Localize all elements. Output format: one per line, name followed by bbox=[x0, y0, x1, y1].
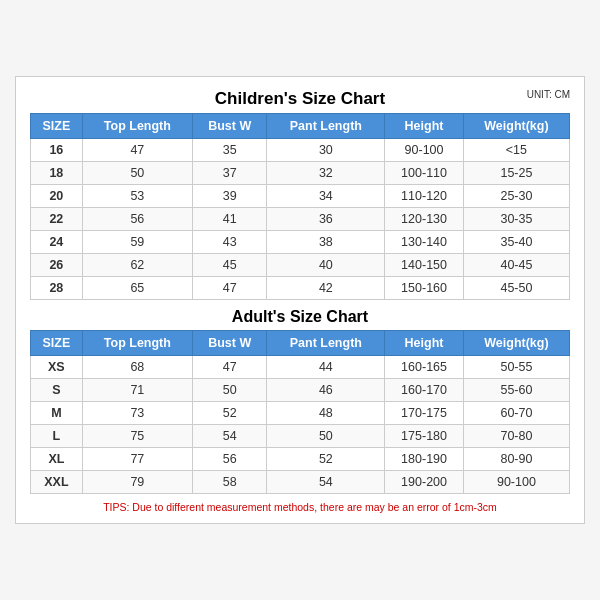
table-cell: 80-90 bbox=[463, 448, 569, 471]
table-cell: 68 bbox=[82, 356, 192, 379]
table-cell: L bbox=[31, 425, 83, 448]
table-cell: 77 bbox=[82, 448, 192, 471]
table-cell: 170-175 bbox=[385, 402, 464, 425]
children-col-bust-w: Bust W bbox=[192, 114, 266, 139]
table-cell: 90-100 bbox=[463, 471, 569, 494]
table-cell: 52 bbox=[192, 402, 266, 425]
table-cell: 45-50 bbox=[463, 277, 569, 300]
table-cell: 73 bbox=[82, 402, 192, 425]
table-cell: 50 bbox=[82, 162, 192, 185]
adults-col-height: Height bbox=[385, 331, 464, 356]
adults-col-bust-w: Bust W bbox=[192, 331, 266, 356]
children-col-size: SIZE bbox=[31, 114, 83, 139]
table-cell: XS bbox=[31, 356, 83, 379]
adults-table: SIZE Top Length Bust W Pant Length Heigh… bbox=[30, 330, 570, 494]
table-cell: 38 bbox=[267, 231, 385, 254]
adults-section-title: Adult's Size Chart bbox=[30, 300, 570, 330]
table-row: 1647353090-100<15 bbox=[31, 139, 570, 162]
chart-container: Children's Size Chart UNIT: CM SIZE Top … bbox=[15, 76, 585, 524]
children-col-weight: Weight(kg) bbox=[463, 114, 569, 139]
table-cell: 20 bbox=[31, 185, 83, 208]
adults-col-size: SIZE bbox=[31, 331, 83, 356]
table-row: 26624540140-15040-45 bbox=[31, 254, 570, 277]
table-cell: 130-140 bbox=[385, 231, 464, 254]
table-cell: 35 bbox=[192, 139, 266, 162]
table-cell: 54 bbox=[267, 471, 385, 494]
table-cell: 24 bbox=[31, 231, 83, 254]
table-cell: 110-120 bbox=[385, 185, 464, 208]
table-cell: 48 bbox=[267, 402, 385, 425]
table-row: XXL795854190-20090-100 bbox=[31, 471, 570, 494]
children-col-height: Height bbox=[385, 114, 464, 139]
table-cell: 58 bbox=[192, 471, 266, 494]
table-cell: 175-180 bbox=[385, 425, 464, 448]
table-cell: 15-25 bbox=[463, 162, 569, 185]
table-cell: 180-190 bbox=[385, 448, 464, 471]
table-cell: 40 bbox=[267, 254, 385, 277]
table-cell: 35-40 bbox=[463, 231, 569, 254]
unit-label: UNIT: CM bbox=[527, 89, 570, 100]
table-cell: 100-110 bbox=[385, 162, 464, 185]
adults-title-text: Adult's Size Chart bbox=[232, 308, 368, 325]
table-cell: 43 bbox=[192, 231, 266, 254]
table-cell: 30 bbox=[267, 139, 385, 162]
children-section-title: Children's Size Chart UNIT: CM bbox=[30, 89, 570, 109]
table-cell: 65 bbox=[82, 277, 192, 300]
table-cell: 47 bbox=[192, 356, 266, 379]
table-cell: 140-150 bbox=[385, 254, 464, 277]
table-cell: 45 bbox=[192, 254, 266, 277]
tips-text: TIPS: Due to different measurement metho… bbox=[30, 501, 570, 513]
table-cell: 50 bbox=[267, 425, 385, 448]
table-cell: 75 bbox=[82, 425, 192, 448]
children-col-pant-length: Pant Length bbox=[267, 114, 385, 139]
children-col-top-length: Top Length bbox=[82, 114, 192, 139]
children-tbody: 1647353090-100<1518503732100-11015-25205… bbox=[31, 139, 570, 300]
table-cell: 16 bbox=[31, 139, 83, 162]
adults-col-weight: Weight(kg) bbox=[463, 331, 569, 356]
table-cell: 55-60 bbox=[463, 379, 569, 402]
table-cell: XXL bbox=[31, 471, 83, 494]
table-cell: 18 bbox=[31, 162, 83, 185]
table-cell: 50-55 bbox=[463, 356, 569, 379]
table-cell: 47 bbox=[192, 277, 266, 300]
table-cell: 56 bbox=[82, 208, 192, 231]
table-row: XS684744160-16550-55 bbox=[31, 356, 570, 379]
table-cell: M bbox=[31, 402, 83, 425]
table-row: XL775652180-19080-90 bbox=[31, 448, 570, 471]
table-cell: 22 bbox=[31, 208, 83, 231]
table-cell: 54 bbox=[192, 425, 266, 448]
table-cell: 53 bbox=[82, 185, 192, 208]
adults-header-row: SIZE Top Length Bust W Pant Length Heigh… bbox=[31, 331, 570, 356]
table-cell: 160-170 bbox=[385, 379, 464, 402]
table-cell: 79 bbox=[82, 471, 192, 494]
table-cell: 60-70 bbox=[463, 402, 569, 425]
table-cell: 42 bbox=[267, 277, 385, 300]
table-cell: 56 bbox=[192, 448, 266, 471]
table-cell: 120-130 bbox=[385, 208, 464, 231]
table-cell: 62 bbox=[82, 254, 192, 277]
table-cell: 36 bbox=[267, 208, 385, 231]
table-cell: <15 bbox=[463, 139, 569, 162]
adults-col-pant-length: Pant Length bbox=[267, 331, 385, 356]
table-cell: 30-35 bbox=[463, 208, 569, 231]
table-cell: 26 bbox=[31, 254, 83, 277]
table-cell: 32 bbox=[267, 162, 385, 185]
table-cell: 90-100 bbox=[385, 139, 464, 162]
table-cell: 46 bbox=[267, 379, 385, 402]
table-row: 22564136120-13030-35 bbox=[31, 208, 570, 231]
table-cell: 34 bbox=[267, 185, 385, 208]
children-title-text: Children's Size Chart bbox=[215, 89, 385, 108]
table-cell: 28 bbox=[31, 277, 83, 300]
children-header-row: SIZE Top Length Bust W Pant Length Heigh… bbox=[31, 114, 570, 139]
table-row: M735248170-17560-70 bbox=[31, 402, 570, 425]
table-row: 28654742150-16045-50 bbox=[31, 277, 570, 300]
table-cell: 70-80 bbox=[463, 425, 569, 448]
table-cell: 71 bbox=[82, 379, 192, 402]
table-cell: 47 bbox=[82, 139, 192, 162]
table-cell: 37 bbox=[192, 162, 266, 185]
table-cell: 40-45 bbox=[463, 254, 569, 277]
table-cell: 160-165 bbox=[385, 356, 464, 379]
table-cell: 25-30 bbox=[463, 185, 569, 208]
table-cell: 150-160 bbox=[385, 277, 464, 300]
table-cell: 41 bbox=[192, 208, 266, 231]
